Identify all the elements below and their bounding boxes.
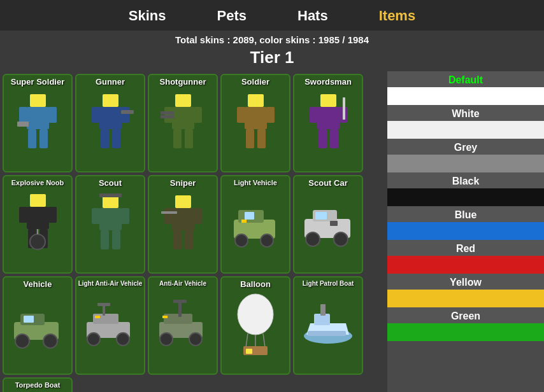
svg-point-84	[189, 333, 202, 346]
color-item-red[interactable]: Red	[387, 240, 544, 274]
svg-rect-18	[173, 129, 182, 148]
svg-rect-12	[112, 129, 120, 148]
svg-rect-10	[121, 107, 129, 123]
sidebar: Default White Grey Black Blue Red Yellow	[387, 71, 544, 392]
svg-rect-46	[121, 208, 129, 224]
svg-rect-35	[30, 194, 46, 207]
svg-rect-5	[39, 129, 48, 148]
color-swatch-white	[387, 121, 544, 139]
svg-rect-15	[172, 107, 194, 129]
svg-point-72	[43, 334, 57, 348]
color-swatch-green	[387, 323, 544, 341]
skin-super-soldier[interactable]: Super Soldier	[3, 74, 73, 172]
svg-rect-25	[266, 107, 275, 123]
svg-rect-38	[48, 207, 57, 223]
svg-point-66	[334, 232, 348, 246]
svg-rect-1	[27, 107, 49, 129]
svg-rect-11	[101, 129, 109, 148]
svg-rect-20	[161, 111, 175, 115]
skin-vehicle[interactable]: Vehicle	[3, 276, 73, 375]
color-item-black[interactable]: Black	[387, 172, 544, 206]
svg-rect-22	[248, 94, 264, 107]
color-item-white[interactable]: White	[387, 105, 544, 139]
svg-rect-13	[121, 110, 134, 114]
color-item-default[interactable]: Default	[387, 71, 544, 105]
color-item-yellow[interactable]: Yellow	[387, 274, 544, 307]
skin-balloon[interactable]: Balloon	[220, 276, 290, 375]
color-item-grey[interactable]: Grey	[387, 139, 544, 172]
svg-rect-28	[320, 94, 336, 107]
skins-row-1: Super Soldier Gunner	[3, 74, 385, 172]
svg-rect-21	[161, 115, 175, 118]
color-swatch-default	[387, 87, 544, 105]
svg-rect-0	[30, 94, 46, 107]
tab-items[interactable]: Items	[354, 5, 441, 27]
svg-rect-6	[17, 122, 29, 127]
svg-rect-52	[164, 208, 173, 224]
skin-light-vehicle[interactable]: Light Vehicle	[220, 175, 290, 274]
svg-rect-93	[246, 349, 252, 354]
color-label-yellow: Yellow	[387, 274, 544, 290]
color-label-black: Black	[387, 172, 544, 188]
skin-swordsman[interactable]: Swordsman	[293, 74, 363, 172]
svg-rect-4	[28, 129, 36, 148]
svg-rect-55	[185, 230, 193, 249]
skins-row-2: Explosive Noob Scout	[3, 175, 385, 274]
svg-rect-37	[19, 207, 27, 223]
svg-rect-87	[162, 316, 168, 318]
svg-point-59	[235, 234, 248, 247]
svg-rect-14	[175, 94, 191, 107]
svg-line-89	[246, 333, 248, 347]
svg-rect-48	[112, 230, 120, 249]
skin-shotgunner[interactable]: Shotgunner	[148, 74, 218, 172]
color-label-blue: Blue	[387, 206, 544, 222]
color-label-default: Default	[387, 71, 544, 87]
skin-gunner[interactable]: Gunner	[75, 74, 145, 172]
svg-rect-50	[175, 195, 191, 208]
skins-area: Super Soldier Gunner	[0, 71, 387, 392]
svg-rect-82	[164, 314, 192, 324]
svg-rect-36	[27, 207, 49, 229]
skin-soldier[interactable]: Soldier	[220, 74, 290, 172]
svg-rect-61	[245, 212, 254, 220]
svg-rect-30	[310, 107, 318, 123]
svg-rect-2	[19, 107, 27, 123]
color-swatch-black	[387, 188, 544, 206]
skin-light-anti-air-vehicle[interactable]: Light Anti-Air Vehicle	[75, 276, 145, 375]
svg-rect-53	[194, 208, 202, 224]
svg-rect-67	[315, 212, 327, 220]
color-item-green[interactable]: Green	[387, 307, 544, 341]
skin-torpedo-boat[interactable]: Torpedo Boat	[3, 377, 73, 392]
skin-explosive-noob[interactable]: Explosive Noob	[3, 175, 73, 274]
tab-skins[interactable]: Skins	[103, 5, 192, 27]
svg-rect-47	[101, 230, 109, 249]
tab-pets[interactable]: Pets	[192, 5, 272, 27]
svg-rect-85	[178, 301, 182, 317]
tab-hats[interactable]: Hats	[272, 5, 354, 27]
color-item-blue[interactable]: Blue	[387, 206, 544, 240]
svg-rect-54	[173, 230, 182, 249]
svg-rect-3	[48, 107, 57, 123]
svg-rect-26	[246, 129, 254, 148]
svg-rect-98	[308, 331, 346, 336]
svg-rect-29	[317, 107, 340, 129]
svg-rect-17	[194, 107, 202, 123]
svg-rect-73	[24, 316, 34, 323]
tier-label: Tier 1	[0, 46, 544, 71]
svg-point-88	[238, 294, 273, 335]
color-swatch-red	[387, 256, 544, 274]
svg-point-60	[261, 234, 273, 247]
skin-anti-air-vehicle[interactable]: Anti-Air Vehicle	[148, 276, 218, 375]
svg-point-41	[30, 234, 45, 249]
skin-light-patrol-boat[interactable]: Light Patrol Boat	[293, 276, 363, 375]
svg-rect-49	[99, 193, 122, 197]
svg-rect-33	[330, 129, 338, 148]
color-label-green: Green	[387, 307, 544, 323]
svg-rect-23	[245, 107, 267, 129]
skin-sniper[interactable]: Sniper	[148, 175, 218, 274]
svg-rect-79	[97, 303, 110, 306]
skin-scout-car[interactable]: Scout Car	[293, 175, 363, 274]
svg-point-71	[15, 334, 29, 348]
skin-scout[interactable]: Scout	[75, 175, 145, 274]
skins-row-3: Vehicle Light Anti-Air Vehicle	[3, 276, 385, 375]
